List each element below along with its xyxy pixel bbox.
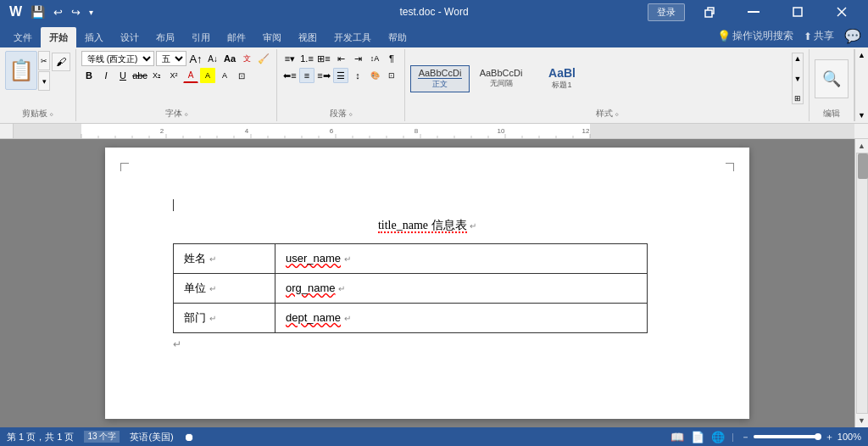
italic-button[interactable]: I [98, 68, 114, 83]
font-label: 字体 ⬦ [165, 108, 188, 120]
undo-button[interactable]: ↩ [51, 6, 65, 19]
change-case-button[interactable]: Aa [222, 51, 237, 66]
tab-insert[interactable]: 插入 [76, 27, 112, 47]
styles-scroll-down[interactable]: ▼ [793, 74, 803, 84]
login-button[interactable]: 登录 [648, 3, 685, 21]
close-button[interactable] [822, 0, 861, 24]
document-title[interactable]: title_name 信息表 ↵ [173, 218, 682, 233]
strikethrough-button[interactable]: abc [132, 68, 147, 83]
sort-button[interactable]: ↕A [367, 51, 382, 66]
pilcrow-button[interactable]: ¶ [384, 51, 399, 66]
scroll-down-button[interactable]: ▼ [858, 414, 865, 427]
tab-references[interactable]: 引用 [183, 27, 219, 47]
save-qa-button[interactable]: 💾 [28, 5, 47, 19]
tab-layout[interactable]: 布局 [147, 27, 183, 47]
decrease-indent-button[interactable]: ⇤ [333, 51, 348, 66]
font-grow-button[interactable]: A↑ [188, 51, 203, 66]
word-count-button[interactable]: 13 个字 [84, 431, 120, 443]
style-normal[interactable]: AaBbCcDi 正文 [410, 65, 470, 92]
increase-indent-button[interactable]: ⇥ [350, 51, 365, 66]
ribbon-collapse-button[interactable]: ▲ [855, 49, 868, 61]
record-macro-button[interactable]: ⏺ [184, 431, 195, 443]
scroll-thumb[interactable] [858, 153, 868, 179]
tab-design[interactable]: 设计 [112, 27, 147, 47]
svg-text:6: 6 [330, 127, 334, 135]
tab-help[interactable]: 帮助 [380, 27, 415, 47]
horizontal-ruler[interactable]: 2 4 6 8 10 12 [14, 124, 854, 139]
paste-button[interactable]: 📋 [5, 51, 37, 90]
format-painter-button[interactable]: 🖌 [52, 53, 70, 71]
tab-mailings[interactable]: 邮件 [219, 27, 254, 47]
minimize-button[interactable] [734, 0, 773, 24]
paste-buttons: 📋 ✂ ▾ [5, 51, 50, 91]
bold-button[interactable]: B [81, 68, 97, 83]
ribbon-expand-button[interactable]: ▼ [855, 109, 868, 121]
web-view-button[interactable]: 🌐 [711, 431, 725, 443]
corner-mark-tr [726, 163, 734, 171]
cut-button[interactable]: ✂ [38, 51, 50, 70]
search-action[interactable]: 💡 操作说明搜索 [717, 29, 793, 43]
tab-home[interactable]: 开始 [41, 27, 76, 47]
underline-button[interactable]: U [115, 68, 131, 83]
justify-button[interactable]: ☰ [333, 68, 348, 83]
line-spacing-button[interactable]: ↕ [350, 68, 365, 83]
search-find-button[interactable]: 🔍 [815, 59, 849, 98]
border-style-button[interactable]: ⊡ [384, 68, 399, 83]
tab-view[interactable]: 视图 [290, 27, 326, 47]
superscript-button[interactable]: X² [166, 68, 181, 83]
cursor-paragraph[interactable] [173, 198, 682, 211]
style-no-spacing[interactable]: AaBbCcDi 无间隔 [471, 65, 531, 92]
wubi-button[interactable]: 文 [239, 51, 254, 66]
clear-format-button[interactable]: 🧹 [256, 51, 271, 66]
restore-button[interactable] [690, 0, 729, 24]
font-expand-icon[interactable]: ⬦ [184, 109, 188, 118]
border-button[interactable]: ⊡ [234, 68, 249, 83]
bullet-list-button[interactable]: ≡▾ [282, 51, 298, 66]
zoom-slider[interactable] [754, 435, 821, 438]
styles-expand-icon[interactable]: ⬦ [615, 109, 619, 118]
styles-scroll-up[interactable]: ▲ [793, 53, 803, 64]
align-right-button[interactable]: ≡➡ [316, 68, 331, 83]
maximize-button[interactable] [778, 0, 817, 24]
share-button[interactable]: ⬆ 共享 [804, 29, 834, 43]
font-name-select[interactable]: 等线 (西文正) [81, 51, 154, 66]
numbered-list-button[interactable]: 1.≡ [299, 51, 314, 66]
scroll-up-button[interactable]: ▲ [858, 139, 865, 153]
styles-more-button[interactable]: ⊞ [793, 93, 803, 103]
value-cell-org[interactable]: org_name ↵ [275, 273, 648, 303]
char-shading-button[interactable]: A [217, 68, 232, 83]
paste-options-button[interactable]: ▾ [38, 71, 50, 91]
text-highlight-button[interactable]: A [200, 68, 215, 83]
style-heading1[interactable]: AaBl 标题1 [532, 64, 592, 93]
redo-button[interactable]: ↪ [69, 6, 83, 19]
paragraph-expand-icon[interactable]: ⬦ [348, 109, 353, 118]
comments-button[interactable]: 💬 [844, 28, 861, 44]
tab-file[interactable]: 文件 [5, 27, 41, 47]
zoom-out-button[interactable]: － [741, 431, 750, 443]
value-cell-name[interactable]: user_name ↵ [275, 243, 648, 273]
value-cell-dept[interactable]: dept_name ↵ [275, 303, 648, 332]
zoom-level[interactable]: 100% [837, 432, 861, 442]
language-indicator[interactable]: 英语(美国) [130, 431, 173, 443]
align-center-button[interactable]: ≡ [299, 68, 314, 83]
clipboard-expand-icon[interactable]: ⬦ [49, 109, 53, 118]
zoom-handle[interactable] [815, 433, 821, 440]
subscript-button[interactable]: X₂ [149, 68, 164, 83]
zoom-in-button[interactable]: ＋ [825, 431, 834, 443]
page-wrapper[interactable]: title_name 信息表 ↵ 姓名 ↵ user_name ↵ [0, 139, 854, 427]
scroll-track[interactable] [856, 153, 868, 414]
read-view-button[interactable]: 📖 [670, 431, 684, 443]
styles-group-content: AaBbCcDi 正文 AaBbCcDi 无间隔 AaBl 标题1 ▲ ▼ ⊞ [410, 51, 804, 106]
para-row-2: ⬅≡ ≡ ≡➡ ☰ ↕ 🎨 ⊡ [282, 68, 399, 83]
page-view-button[interactable]: 📄 [691, 431, 704, 443]
align-left-button[interactable]: ⬅≡ [282, 68, 298, 83]
multilevel-list-button[interactable]: ⊞≡ [316, 51, 331, 66]
font-color-button[interactable]: A [183, 68, 198, 83]
customize-qa-button[interactable]: ▾ [86, 8, 96, 17]
tab-review[interactable]: 审阅 [254, 27, 290, 47]
font-shrink-button[interactable]: A↓ [205, 51, 220, 66]
share-icon: ⬆ [804, 31, 812, 42]
tab-developer[interactable]: 开发工具 [326, 27, 380, 47]
font-size-select[interactable]: 五号 [156, 51, 186, 66]
shading-button[interactable]: 🎨 [367, 68, 382, 83]
